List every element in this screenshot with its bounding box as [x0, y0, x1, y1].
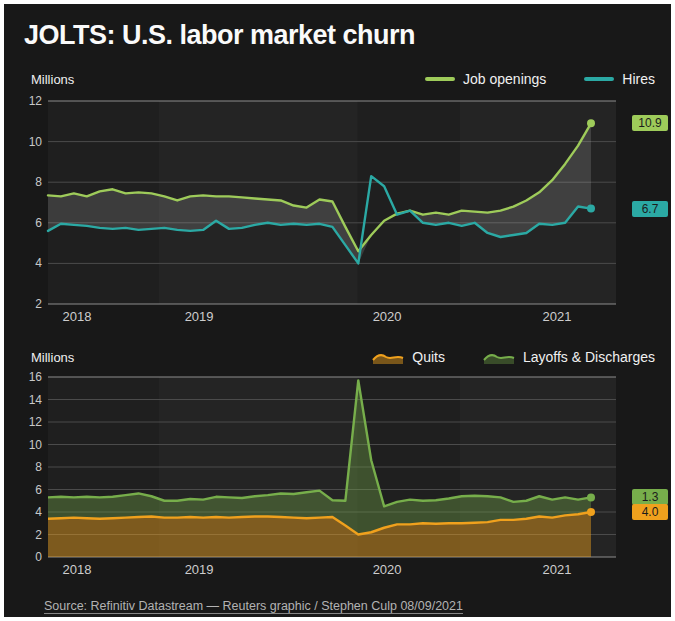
y-axis-tick-label: 4	[35, 256, 42, 270]
job-openings-hires-chart: 121086422018201920202021	[12, 91, 671, 327]
screenshot-frame: JOLTS: U.S. labor market churn Millions …	[0, 0, 675, 621]
job-openings-value-badge: 10.9	[632, 115, 668, 131]
hires-value-badge: 6.7	[632, 201, 668, 217]
chart1-body: 121086422018201920202021 10.9 6.7	[12, 91, 671, 327]
quits-value-badge: 4.0	[632, 504, 668, 520]
quits-swatch-icon	[372, 350, 404, 365]
x-axis-year-label: 2020	[373, 309, 402, 324]
x-axis-year-label: 2020	[373, 562, 402, 577]
y-axis-tick-label: 2	[35, 297, 42, 311]
y-axis-tick-label: 6	[35, 483, 42, 497]
series-end-dot	[587, 508, 595, 516]
chart2-unit-label: Millions	[31, 350, 74, 365]
y-axis-tick-label: 12	[29, 415, 43, 429]
legend-label-layoffs: Layoffs & Discharges	[523, 349, 655, 365]
layoffs-value-badge: 1.3	[632, 489, 668, 505]
chart2-header: Millions Quits Layoffs & Discharges	[31, 347, 655, 367]
legend-item-hires: Hires	[584, 71, 655, 87]
legend-label-quits: Quits	[412, 349, 445, 365]
y-axis-tick-label: 4	[35, 505, 42, 519]
series-end-dot	[587, 205, 595, 213]
hires-swatch-icon	[584, 77, 614, 81]
y-axis-tick-label: 14	[29, 393, 43, 407]
y-axis-tick-label: 8	[35, 175, 42, 189]
layoffs-swatch-icon	[483, 350, 515, 365]
chart2-body: 16141210864202018201920202021 1.3 4.0	[12, 369, 671, 581]
x-axis-year-label: 2021	[542, 309, 571, 324]
chart2-legend: Quits Layoffs & Discharges	[372, 349, 655, 365]
x-axis-year-label: 2018	[63, 562, 92, 577]
legend-label-hires: Hires	[622, 71, 655, 87]
series-end-dot	[587, 493, 595, 501]
chart1-header: Millions Job openings Hires	[31, 69, 655, 89]
x-axis-year-label: 2019	[185, 309, 214, 324]
legend-label-job-openings: Job openings	[463, 71, 546, 87]
y-axis-tick-label: 8	[35, 460, 42, 474]
series-end-dot	[587, 119, 595, 127]
y-axis-tick-label: 10	[29, 135, 43, 149]
y-axis-tick-label: 0	[35, 550, 42, 564]
source-attribution: Source: Refinitiv Datastream — Reuters g…	[44, 599, 671, 613]
job-openings-swatch-icon	[425, 77, 455, 81]
legend-item-quits: Quits	[372, 349, 445, 365]
y-axis-tick-label: 10	[29, 438, 43, 452]
y-axis-tick-label: 12	[29, 94, 43, 108]
page-title: JOLTS: U.S. labor market churn	[24, 20, 671, 51]
y-axis-tick-label: 16	[29, 370, 43, 384]
chart1-unit-label: Millions	[31, 72, 74, 87]
y-axis-tick-label: 2	[35, 528, 42, 542]
legend-item-job-openings: Job openings	[425, 71, 546, 87]
x-axis-year-label: 2021	[542, 562, 571, 577]
y-axis-tick-label: 6	[35, 216, 42, 230]
graphic-panel: JOLTS: U.S. labor market churn Millions …	[4, 4, 671, 617]
chart1-legend: Job openings Hires	[425, 71, 655, 87]
quits-layoffs-chart: 16141210864202018201920202021	[12, 369, 671, 581]
x-axis-year-label: 2018	[63, 309, 92, 324]
x-axis-year-label: 2019	[185, 562, 214, 577]
legend-item-layoffs: Layoffs & Discharges	[483, 349, 655, 365]
